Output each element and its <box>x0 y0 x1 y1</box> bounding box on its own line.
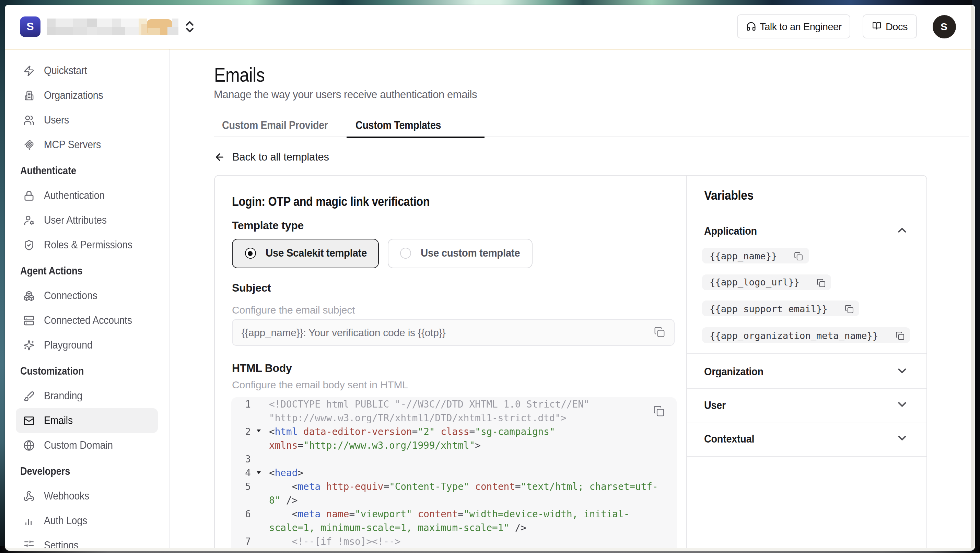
lock-icon <box>23 190 34 201</box>
html-body-code-editor[interactable]: 1<!DOCTYPE html PUBLIC "-//W3C//DTD XHTM… <box>231 397 676 548</box>
sidebar-item-label: Emails <box>44 415 72 427</box>
sidebar-item-user-attributes[interactable]: User Attributes <box>16 208 158 233</box>
sidebar-item-label: Organizations <box>44 89 103 102</box>
variables-divider <box>687 388 926 389</box>
variables-heading: Variables <box>704 188 754 203</box>
sidebar-heading-customization: Customization <box>5 359 149 383</box>
code-line-text: <!--[if !mso]><!--> <box>269 534 401 548</box>
sparkles-icon <box>23 339 34 351</box>
sidebar-item-custom-domain[interactable]: Custom Domain <box>16 433 158 458</box>
sidebar-item-branding[interactable]: Branding <box>16 383 158 408</box>
mail-icon <box>23 415 34 426</box>
template-editor-column: Login: OTP and magic link verification T… <box>215 175 686 548</box>
html-body-label: HTML Body <box>232 362 292 375</box>
variables-section-contextual[interactable]: Contextual <box>704 432 908 447</box>
sidebar-item-organizations[interactable]: Organizations <box>16 83 158 108</box>
back-to-templates-link[interactable]: Back to all templates <box>214 151 329 164</box>
code-gutter-spacer <box>251 480 269 507</box>
subject-input[interactable]: {{app_name}}: Your verification code is … <box>232 319 675 345</box>
subject-copy-icon[interactable] <box>654 327 665 338</box>
server-icon <box>23 315 34 326</box>
workspace-logo-letter: S <box>26 21 33 33</box>
chevron-down-icon[interactable] <box>896 364 908 377</box>
radio-option-use-scalekit-template[interactable]: Use Scalekit template <box>232 238 379 268</box>
talk-to-engineer-label: Talk to an Engineer <box>760 21 842 32</box>
radio-option-label: Use Scalekit template <box>265 247 366 260</box>
variable-chip-app_logo_url[interactable]: {{app_logo_url}} <box>702 274 831 290</box>
back-to-templates-label: Back to all templates <box>232 151 329 164</box>
variables-divider <box>687 457 926 457</box>
template-type-radio-group: Use Scalekit templateUse custom template <box>232 238 532 268</box>
template-card: Login: OTP and magic link verification T… <box>214 175 927 548</box>
variable-chip-app_support_email[interactable]: {{app_support_email}} <box>702 300 859 316</box>
copy-icon[interactable] <box>895 331 904 340</box>
code-line-number: 4 <box>231 466 251 480</box>
sidebar-item-connected-accounts[interactable]: Connected Accounts <box>16 308 158 333</box>
docs-button[interactable]: Docs <box>863 15 916 39</box>
variables-section-application[interactable]: Application <box>704 224 908 239</box>
variable-chip-app_organization_meta_name[interactable]: {{app_organization_meta_name}} <box>702 327 910 343</box>
chevron-up-icon[interactable] <box>896 224 908 237</box>
variables-divider <box>687 353 926 354</box>
org-name-redacted[interactable] <box>46 19 178 35</box>
code-area[interactable]: 1<!DOCTYPE html PUBLIC "-//W3C//DTD XHTM… <box>231 397 676 548</box>
webhook-icon <box>23 490 34 502</box>
radio-unselected-icon[interactable] <box>400 248 411 259</box>
zap-icon <box>23 65 34 76</box>
code-line-number: 2 <box>231 424 251 452</box>
variables-divider <box>687 423 926 423</box>
variable-chip-app_name[interactable]: {{app_name}} <box>702 248 809 264</box>
sidebar-item-roles-permissions[interactable]: Roles & Permissions <box>16 233 158 257</box>
sidebar-item-label: Playground <box>44 339 92 351</box>
tab-custom-email-provider[interactable]: Custom Email Provider <box>214 114 336 137</box>
code-line-number: 3 <box>231 452 251 466</box>
copy-icon[interactable] <box>794 251 803 260</box>
sidebar-item-label: Settings <box>44 539 78 548</box>
chevron-down-icon[interactable] <box>896 397 908 411</box>
copy-icon[interactable] <box>817 278 826 286</box>
sidebar-item-settings[interactable]: Settings <box>16 533 158 548</box>
boxes-icon <box>23 290 34 301</box>
code-line-4: 4<head> <box>231 466 676 480</box>
sidebar-item-authentication[interactable]: Authentication <box>16 183 158 208</box>
code-line-text: <meta http-equiv="Content-Type" content=… <box>269 480 658 507</box>
code-fold-caret-icon[interactable] <box>251 424 269 452</box>
code-line-text: <meta name="viewport" content="width=dev… <box>269 507 629 534</box>
sidebar-item-quickstart[interactable]: Quickstart <box>16 58 158 83</box>
sidebar-item-users[interactable]: Users <box>16 108 158 132</box>
radio-option-use-custom-template[interactable]: Use custom template <box>387 238 532 268</box>
users-icon <box>23 114 34 126</box>
shield-check-icon <box>23 239 34 250</box>
code-line-number: 1 <box>231 397 251 424</box>
sidebar-item-webhooks[interactable]: Webhooks <box>16 484 158 509</box>
sidebar-item-label: Webhooks <box>44 490 89 502</box>
variables-section-organization[interactable]: Organization <box>704 364 908 380</box>
org-switcher-chevrons-up-down-icon[interactable] <box>182 19 197 34</box>
copy-icon[interactable] <box>845 304 854 313</box>
template-type-label: Template type <box>232 219 304 232</box>
user-avatar[interactable]: S <box>932 15 956 38</box>
sidebar-item-playground[interactable]: Playground <box>16 333 158 358</box>
code-line-number: 6 <box>231 507 251 534</box>
sidebar-item-emails[interactable]: Emails <box>16 408 158 433</box>
page-title: Emails <box>214 64 264 87</box>
chevron-down-icon[interactable] <box>896 431 908 444</box>
browser-scrollbar[interactable] <box>971 5 974 548</box>
user-avatar-letter: S <box>940 21 947 33</box>
sidebar-item-connections[interactable]: Connections <box>16 283 158 308</box>
code-fold-caret-icon[interactable] <box>251 466 269 480</box>
tab-custom-templates[interactable]: Custom Templates <box>346 114 485 137</box>
sidebar-heading-authenticate: Authenticate <box>5 159 149 183</box>
sidebar-heading-developers: Developers <box>5 459 149 484</box>
code-line-2: 2<html data-editor-version="2" class="sg… <box>231 424 676 452</box>
sidebar-item-label: Connected Accounts <box>44 314 132 327</box>
sidebar-item-auth-logs[interactable]: Auth Logs <box>16 509 158 533</box>
radio-selected-icon[interactable] <box>245 248 256 259</box>
globe-icon <box>23 439 34 451</box>
code-copy-icon[interactable] <box>653 405 665 416</box>
settings-icon <box>23 540 34 548</box>
sidebar-item-mcp-servers[interactable]: MCP Servers <box>16 132 158 157</box>
variables-section-user[interactable]: User <box>704 398 908 413</box>
workspace-logo[interactable]: S <box>20 16 40 37</box>
talk-to-engineer-button[interactable]: Talk to an Engineer <box>737 15 851 39</box>
